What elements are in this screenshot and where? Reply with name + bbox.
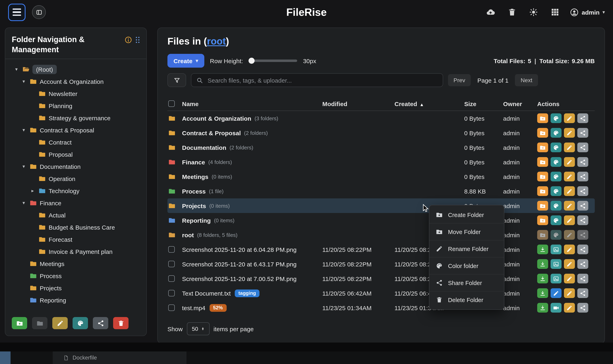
tree-item-process[interactable]: Process	[9, 270, 143, 282]
download-button[interactable]	[537, 274, 548, 284]
context-menu-item-rename-folder[interactable]: Rename Folder	[429, 241, 504, 258]
rename-button[interactable]	[564, 157, 575, 167]
filter-button[interactable]	[167, 73, 186, 87]
table-row-test-mp4[interactable]: test.mp452%11/23/25 01:34AM11/23/25 01:3…	[167, 300, 595, 315]
user-menu[interactable]: admin ▾	[570, 8, 605, 17]
share-button[interactable]	[577, 157, 588, 167]
tree-item-contract[interactable]: Contract	[9, 136, 143, 148]
caret-down-icon[interactable]: ▾	[21, 78, 27, 84]
rename-button[interactable]	[564, 128, 575, 138]
table-row-documentation[interactable]: Documentation(2 folders)0 Bytesadmin	[167, 140, 595, 155]
rename-button[interactable]	[564, 303, 575, 312]
rename-button[interactable]	[564, 288, 575, 298]
slider-knob[interactable]	[249, 58, 255, 64]
color-folder-button[interactable]	[551, 128, 561, 138]
move-folder-button[interactable]	[537, 186, 548, 196]
apps-grid-button[interactable]	[548, 7, 562, 17]
tree-item-contract-proposal[interactable]: ▾Contract & Proposal	[9, 124, 143, 136]
caret-right-icon[interactable]: ▸	[30, 188, 36, 194]
row-height-slider[interactable]	[249, 60, 297, 62]
trash-button[interactable]	[505, 7, 519, 17]
share-button[interactable]	[577, 245, 588, 254]
preview-button[interactable]	[551, 245, 561, 254]
table-row-screenshot-2025-11-20-at-6-43-17-pm-png[interactable]: Screenshot 2025-11-20 at 6.43.17 PM.png1…	[167, 257, 595, 271]
color-folder-button[interactable]	[72, 317, 88, 329]
share-button[interactable]	[577, 303, 588, 312]
color-folder-button[interactable]	[551, 143, 561, 152]
caret-down-icon[interactable]: ▾	[21, 200, 27, 206]
share-button[interactable]	[577, 201, 588, 210]
prev-button[interactable]: Prev	[448, 74, 471, 86]
row-checkbox[interactable]	[168, 261, 175, 267]
share-button[interactable]	[577, 274, 588, 284]
tree-item-invoice-payment-plan[interactable]: Invoice & Payment plan	[9, 245, 143, 258]
drag-handle-icon[interactable]	[136, 37, 140, 43]
color-folder-button[interactable]	[551, 186, 561, 196]
column-header-size[interactable]: Size	[461, 100, 500, 107]
share-button[interactable]	[577, 186, 588, 196]
tree-item-reporting[interactable]: Reporting	[9, 294, 143, 306]
context-menu-item-delete-folder[interactable]: Delete Folder	[429, 292, 504, 308]
tree-item-technology[interactable]: ▸Technology	[9, 185, 143, 197]
row-checkbox[interactable]	[168, 304, 175, 311]
share-button[interactable]	[577, 128, 588, 138]
tree-item-account-organization[interactable]: ▾Account & Organization	[9, 75, 143, 88]
context-menu-item-color-folder[interactable]: Color folder	[429, 258, 504, 274]
context-menu-item-create-folder[interactable]: Create Folder	[429, 207, 504, 223]
row-checkbox[interactable]	[168, 246, 175, 253]
download-button[interactable]	[537, 259, 548, 269]
tree-item-budget-business-care[interactable]: Budget & Business Care	[9, 221, 143, 233]
download-button[interactable]	[537, 245, 548, 254]
root-link[interactable]: root	[207, 36, 226, 47]
share-button[interactable]	[577, 143, 588, 152]
tree-item-meetings[interactable]: Meetings	[9, 258, 143, 270]
table-row-reporting[interactable]: Reporting(0 items)admin	[167, 213, 595, 228]
rename-button[interactable]	[564, 215, 575, 225]
color-folder-button[interactable]	[551, 201, 561, 210]
share-button[interactable]	[577, 113, 588, 123]
color-folder-button[interactable]	[551, 157, 561, 167]
column-header-created[interactable]: Created▲	[391, 100, 461, 107]
move-folder-button[interactable]	[537, 157, 548, 167]
context-menu-item-share-folder[interactable]: Share Folder	[429, 274, 504, 292]
share-button[interactable]	[577, 215, 588, 225]
tree-item-forecast[interactable]: Forecast	[9, 233, 143, 245]
share-button[interactable]	[577, 172, 588, 182]
per-page-select[interactable]: 50 ▲▼	[187, 322, 209, 335]
table-row-projects[interactable]: Projects(0 items)0 Bytesadmin	[167, 198, 595, 213]
move-folder-button[interactable]	[32, 317, 47, 329]
move-folder-button[interactable]	[537, 215, 548, 225]
row-checkbox[interactable]	[168, 290, 175, 296]
context-menu-item-move-folder[interactable]: Move Folder	[429, 223, 504, 241]
edit-button[interactable]	[551, 288, 561, 298]
color-folder-button[interactable]	[551, 113, 561, 123]
color-folder-button[interactable]	[551, 172, 561, 182]
move-folder-button[interactable]	[537, 143, 548, 152]
table-row-root[interactable]: root(8 folders, 5 files)admin	[167, 228, 595, 242]
share-folder-button[interactable]	[93, 317, 108, 329]
tree-item-newsletter[interactable]: Newsletter	[9, 88, 143, 100]
share-button[interactable]	[577, 259, 588, 269]
caret-down-icon[interactable]: ▾	[13, 66, 19, 72]
rename-button[interactable]	[564, 143, 575, 152]
table-row-finance[interactable]: Finance(4 folders)0 Bytesadmin	[167, 155, 595, 169]
next-button[interactable]: Next	[515, 74, 538, 86]
select-all-checkbox[interactable]	[168, 100, 175, 107]
preview-button[interactable]	[551, 303, 561, 312]
color-folder-button[interactable]	[551, 215, 561, 225]
tree-item-projects[interactable]: Projects	[9, 282, 143, 294]
tree-item-root[interactable]: ▾(Root)	[9, 63, 143, 75]
tree-item-operation[interactable]: Operation	[9, 172, 143, 185]
download-button[interactable]	[537, 288, 548, 298]
move-folder-button[interactable]	[537, 201, 548, 210]
table-row-meetings[interactable]: Meetings(0 items)0 Bytesadmin	[167, 169, 595, 184]
table-row-process[interactable]: Process(1 file)8.88 KBadmin	[167, 184, 595, 198]
move-folder-button[interactable]	[537, 172, 548, 182]
panel-toggle-button[interactable]	[32, 5, 46, 19]
rename-button[interactable]	[564, 113, 575, 123]
table-row-account-organization[interactable]: Account & Organization(3 folders)0 Bytes…	[167, 111, 595, 126]
info-icon[interactable]	[125, 36, 132, 44]
tree-item-planning[interactable]: Planning	[9, 100, 143, 112]
rename-button[interactable]	[564, 201, 575, 210]
preview-button[interactable]	[551, 274, 561, 284]
